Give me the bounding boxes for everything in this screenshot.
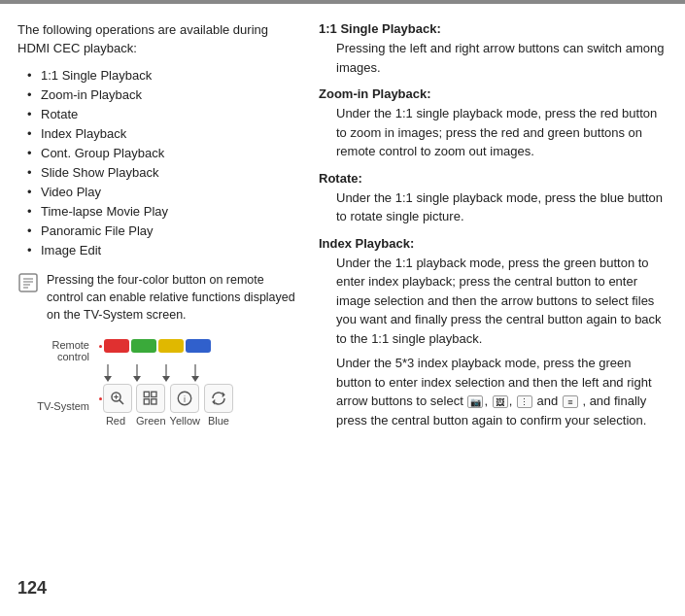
remote-btn-green (131, 339, 156, 353)
inline-icon-3: ⋮ (517, 395, 532, 408)
inline-icon-2: 🖼 (493, 395, 508, 408)
right-column: 1:1 Single Playback: Pressing the left a… (319, 21, 668, 435)
intro-text: The following operations are available d… (17, 21, 299, 58)
svg-rect-18 (152, 392, 156, 396)
tv-btn-blue-icon (204, 384, 233, 413)
tv-row: TV-System (17, 384, 299, 427)
section-title-rotate: Rotate: (319, 171, 668, 186)
inline-icon-1: 📷 (467, 395, 483, 408)
arrow-lines (17, 364, 299, 382)
tv-btn-green-label: Green (136, 415, 166, 427)
bullet-list: 1:1 Single PlaybackZoom-in PlaybackRotat… (27, 68, 299, 257)
tv-label: TV-System (17, 398, 93, 412)
svg-line-14 (120, 400, 123, 404)
svg-marker-24 (212, 399, 215, 405)
section-body-zoom: Under the 1:1 single playback mode, pres… (319, 104, 668, 161)
svg-marker-10 (162, 376, 170, 382)
bullet-item: Zoom-in Playback (27, 87, 299, 102)
inline-icon-4: ≡ (563, 395, 578, 408)
section-title-zoom: Zoom-in Playback: (319, 86, 668, 101)
section-body-rotate: Under the 1:1 single playback mode, pres… (319, 188, 668, 226)
section-title-index: Index Playback: (319, 236, 668, 251)
svg-rect-17 (145, 392, 150, 396)
tv-btn-blue-label: Blue (208, 415, 229, 427)
left-column: The following operations are available d… (17, 21, 299, 435)
bullet-item: Time-lapse Movie Play (27, 204, 299, 219)
remote-label-row: Remote control (17, 337, 299, 362)
remote-label: Remote control (17, 337, 93, 362)
note-box: Pressing the four-color button on remote… (17, 271, 299, 324)
tv-btn-yellow-icon: i (170, 384, 199, 413)
section-body-1:1: Pressing the left and right arrow button… (319, 39, 668, 77)
bullet-item: Slide Show Playback (27, 165, 299, 180)
tv-btn-red-label: Red (106, 415, 125, 427)
bullet-item: Video Play (27, 185, 299, 199)
svg-text:i: i (184, 394, 186, 404)
svg-marker-8 (133, 376, 141, 382)
note-icon (17, 272, 39, 293)
svg-rect-0 (19, 274, 37, 291)
svg-marker-6 (104, 376, 112, 382)
remote-btn-yellow (158, 339, 184, 353)
page-number: 124 (17, 578, 47, 599)
bullet-item: Rotate (27, 107, 299, 121)
remote-btn-blue (186, 339, 211, 353)
bullet-item: Index Playback (27, 126, 299, 141)
tv-btn-yellow-label: Yellow (170, 415, 200, 427)
section-title-1:1: 1:1 Single Playback: (319, 21, 668, 36)
svg-rect-20 (152, 399, 156, 404)
tv-btn-red-icon (103, 384, 132, 413)
svg-marker-23 (223, 392, 225, 397)
svg-marker-12 (191, 376, 199, 382)
bullet-item: Image Edit (27, 243, 299, 257)
section-body-index-2: Under the 5*3 index playback mode, press… (319, 354, 668, 429)
bullet-item: Panoramic File Play (27, 223, 299, 238)
remote-diagram: Remote control (17, 337, 299, 427)
section-body-index-1: Under the 1:1 playback mode, press the g… (319, 254, 668, 349)
bullet-item: Cont. Group Playback (27, 146, 299, 160)
remote-btn-red (104, 339, 129, 353)
tv-btn-green-icon (136, 384, 165, 413)
bullet-item: 1:1 Single Playback (27, 68, 299, 83)
note-text: Pressing the four-color button on remote… (47, 271, 299, 324)
svg-rect-19 (145, 399, 150, 404)
